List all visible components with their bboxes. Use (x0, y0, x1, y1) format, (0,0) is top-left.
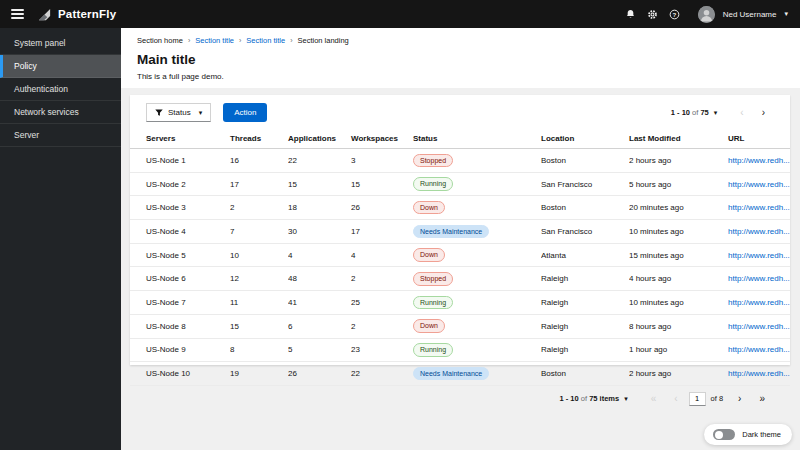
breadcrumb-separator-icon: › (290, 37, 292, 44)
cell-threads: 16 (230, 149, 288, 173)
cell-status: Stopped (413, 149, 541, 173)
user-menu[interactable]: Ned Username ▾ (698, 6, 788, 23)
cell-last-modified: 4 hours ago (629, 267, 728, 291)
breadcrumb-item[interactable]: Section title (246, 36, 285, 45)
status-filter-dropdown[interactable]: Status ▾ (146, 103, 211, 122)
breadcrumb-separator-icon: › (239, 37, 241, 44)
breadcrumb: Section home›Section title›Section title… (137, 36, 784, 45)
pagination-range: 1 - 10 (671, 108, 690, 117)
url-link[interactable]: http://www.redh... (728, 298, 790, 307)
sidebar-item-network-services[interactable]: Network services (0, 101, 121, 124)
column-header-applications[interactable]: Applications (288, 129, 351, 149)
url-link[interactable]: http://www.redh... (728, 227, 790, 236)
pagination-first-page-icon[interactable]: « (642, 393, 666, 404)
pagination-last-page-icon[interactable]: » (750, 393, 774, 404)
column-header-last-modified[interactable]: Last Modified (629, 129, 728, 149)
cell-last-modified: 2 hours ago (629, 149, 728, 173)
filter-icon (155, 109, 163, 117)
cell-location: Raleigh (541, 267, 629, 291)
sidebar-item-authentication[interactable]: Authentication (0, 78, 121, 101)
cell-last-modified: 15 minutes ago (629, 243, 728, 267)
pagination-total: 75 (700, 108, 708, 117)
avatar (698, 6, 715, 23)
status-filter-label: Status (168, 108, 191, 117)
url-link[interactable]: http://www.redh... (728, 345, 790, 354)
cell-server: US-Node 8 (130, 314, 230, 338)
url-link[interactable]: http://www.redh... (728, 156, 790, 165)
cell-server: US-Node 5 (130, 243, 230, 267)
cell-applications: 6 (288, 314, 351, 338)
help-icon[interactable]: ? (664, 4, 686, 24)
cell-url: http://www.redh... (728, 267, 790, 291)
cell-workspaces: 2 (351, 314, 413, 338)
column-header-servers[interactable]: Servers (130, 129, 230, 149)
status-badge: Running (413, 343, 453, 357)
cell-url: http://www.redh... (728, 196, 790, 220)
status-badge: Needs Maintenance (413, 225, 489, 239)
menu-toggle-icon[interactable] (11, 7, 24, 21)
pagination-top-next-icon[interactable]: › (753, 107, 774, 118)
cell-threads: 8 (230, 338, 288, 362)
cell-status: Running (413, 338, 541, 362)
pagination-bottom: 1 - 10 of 75 items ▾ « ‹ of 8 › » (130, 386, 790, 413)
cell-threads: 17 (230, 172, 288, 196)
cell-last-modified: 5 hours ago (629, 172, 728, 196)
dark-theme-switch[interactable] (713, 429, 735, 440)
cell-last-modified: 10 minutes ago (629, 220, 728, 244)
cell-status: Down (413, 243, 541, 267)
url-link[interactable]: http://www.redh... (728, 369, 790, 378)
user-name: Ned Username (723, 10, 777, 19)
pagination-top: 1 - 10 of 75 ▾ ‹ › (671, 107, 774, 118)
cell-url: http://www.redh... (728, 362, 790, 386)
column-header-threads[interactable]: Threads (230, 129, 288, 149)
theme-toggle-card: Dark theme (704, 424, 792, 445)
cell-threads: 2 (230, 196, 288, 220)
cell-workspaces: 23 (351, 338, 413, 362)
sidebar-item-system-panel[interactable]: System panel (0, 32, 121, 55)
cell-url: http://www.redh... (728, 149, 790, 173)
page-count-label: of 8 (711, 394, 724, 403)
pagination-bottom-caret-down-icon[interactable]: ▾ (624, 395, 628, 403)
column-header-url[interactable]: URL (728, 129, 790, 149)
cell-status: Stopped (413, 267, 541, 291)
action-button[interactable]: Action (223, 103, 267, 122)
pagination-top-prev-icon[interactable]: ‹ (731, 107, 752, 118)
sidebar-item-label: Server (14, 130, 39, 140)
column-header-workspaces[interactable]: Workspaces (351, 129, 413, 149)
cell-threads: 10 (230, 243, 288, 267)
column-header-status[interactable]: Status (413, 129, 541, 149)
cell-workspaces: 2 (351, 267, 413, 291)
url-link[interactable]: http://www.redh... (728, 203, 790, 212)
table-body: US-Node 116223StoppedBoston2 hours agoht… (130, 149, 790, 386)
column-header-location[interactable]: Location (541, 129, 629, 149)
filter-caret-down-icon: ▾ (199, 109, 203, 117)
sidebar-item-server[interactable]: Server (0, 124, 121, 147)
cell-last-modified: 2 hours ago (629, 362, 728, 386)
url-link[interactable]: http://www.redh... (728, 180, 790, 189)
sidebar-item-label: Network services (14, 107, 79, 117)
url-link[interactable]: http://www.redh... (728, 251, 790, 260)
table-row: US-Node 98523RunningRaleigh1 hour agohtt… (130, 338, 790, 362)
current-page-input[interactable] (689, 392, 706, 406)
breadcrumb-item[interactable]: Section title (195, 36, 234, 45)
settings-gear-icon[interactable] (642, 4, 664, 24)
url-link[interactable]: http://www.redh... (728, 322, 790, 331)
cell-location: Raleigh (541, 291, 629, 315)
page-header: Section home›Section title›Section title… (121, 28, 800, 88)
status-badge: Running (413, 177, 453, 191)
notifications-bell-icon[interactable] (620, 4, 642, 24)
cell-url: http://www.redh... (728, 220, 790, 244)
url-link[interactable]: http://www.redh... (728, 274, 790, 283)
sidebar-item-policy[interactable]: Policy (0, 55, 121, 78)
cell-location: Boston (541, 196, 629, 220)
cell-applications: 48 (288, 267, 351, 291)
user-caret-down-icon: ▾ (784, 10, 788, 18)
cell-location: Boston (541, 362, 629, 386)
table-row: US-Node 51044DownAtlanta15 minutes agoht… (130, 243, 790, 267)
pagination-prev-page-icon[interactable]: ‹ (665, 393, 686, 404)
status-badge: Down (413, 319, 445, 333)
pagination-next-page-icon[interactable]: › (729, 393, 750, 404)
svg-text:?: ? (673, 10, 677, 17)
pagination-top-caret-down-icon[interactable]: ▾ (714, 109, 718, 117)
patternfly-logo-icon (37, 7, 52, 22)
